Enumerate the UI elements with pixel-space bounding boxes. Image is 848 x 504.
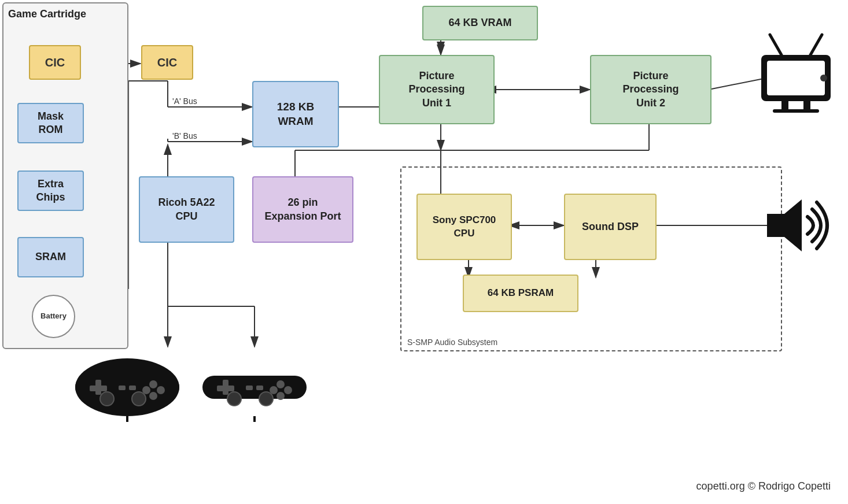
svg-point-70 xyxy=(259,392,273,406)
svg-rect-62 xyxy=(217,386,234,391)
svg-point-66 xyxy=(276,392,285,400)
svg-point-54 xyxy=(149,392,157,400)
svg-point-63 xyxy=(276,380,285,388)
spc700-box: Sony SPC700 CPU xyxy=(416,194,512,260)
svg-text:'A' Bus: 'A' Bus xyxy=(172,97,197,106)
svg-rect-41 xyxy=(803,100,810,110)
mask-rom-box: Mask ROM xyxy=(17,103,84,143)
svg-point-57 xyxy=(100,392,114,406)
ppu2-box: Picture Processing Unit 2 xyxy=(590,55,711,124)
diagram: 'A' Bus 'B' Bus xyxy=(0,0,848,504)
vram-box: 64 KB VRAM xyxy=(422,6,538,40)
svg-rect-56 xyxy=(129,386,136,390)
sram-box: SRAM xyxy=(17,237,84,277)
svg-text:'B' Bus: 'B' Bus xyxy=(172,131,197,140)
svg-rect-42 xyxy=(773,109,819,113)
sound-dsp-box: Sound DSP xyxy=(564,194,657,260)
audio-subsystem-label: S-SMP Audio Subsystem xyxy=(407,338,497,347)
svg-rect-55 xyxy=(119,386,126,390)
gamepad-1-icon xyxy=(69,347,185,424)
expansion-port-box: 26 pin Expansion Port xyxy=(252,176,353,243)
cpu-box: Ricoh 5A22 CPU xyxy=(139,176,234,243)
svg-point-45 xyxy=(820,75,827,81)
svg-point-69 xyxy=(227,392,241,406)
cic-main-box: CIC xyxy=(141,45,193,80)
svg-point-52 xyxy=(157,386,165,394)
svg-point-51 xyxy=(149,380,157,388)
svg-rect-39 xyxy=(767,61,825,95)
copyright-text: copetti.org © Rodrigo Copetti xyxy=(696,480,831,492)
svg-rect-68 xyxy=(256,386,263,390)
cic-cart-box: CIC xyxy=(29,45,81,80)
svg-point-64 xyxy=(284,386,292,394)
gamepad-2-icon xyxy=(197,347,312,424)
ppu1-box: Picture Processing Unit 1 xyxy=(379,55,495,124)
speaker-icon xyxy=(761,197,836,257)
svg-rect-40 xyxy=(781,100,788,110)
battery-box: Battery xyxy=(32,295,75,338)
svg-marker-46 xyxy=(767,199,802,251)
svg-line-44 xyxy=(810,35,822,55)
game-cartridge-label: Game Cartridge xyxy=(8,8,86,20)
psram-box: 64 KB PSRAM xyxy=(463,275,578,312)
svg-rect-50 xyxy=(90,386,107,391)
svg-point-58 xyxy=(132,392,146,406)
wram-box: 128 KB WRAM xyxy=(252,81,339,147)
tv-icon xyxy=(755,32,836,115)
svg-line-43 xyxy=(770,35,781,55)
extra-chips-box: Extra Chips xyxy=(17,171,84,211)
svg-rect-67 xyxy=(246,386,253,390)
